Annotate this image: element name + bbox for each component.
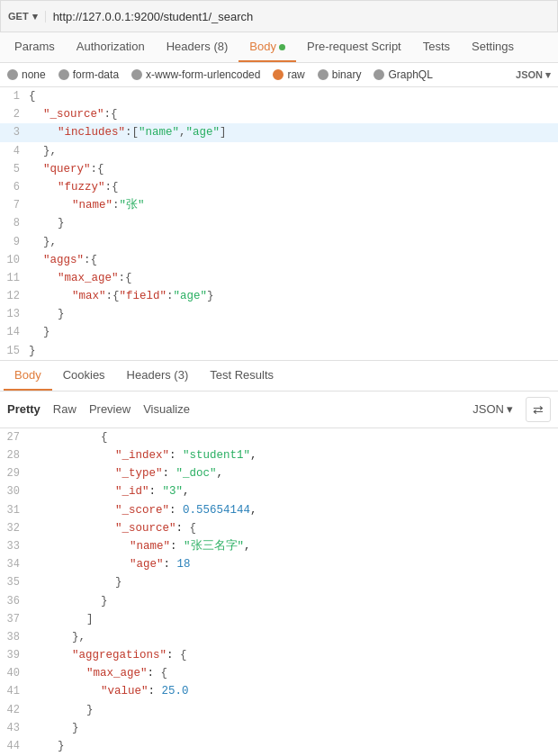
- resp-line-38: 38 },: [0, 628, 558, 646]
- resp-line-40: 40 "max_age": {: [0, 664, 558, 682]
- resp-json-chevron: ▾: [507, 402, 513, 416]
- req-line-10: 10 "aggs":{: [0, 251, 558, 269]
- fmt-visualize[interactable]: Visualize: [143, 400, 190, 418]
- req-line-7: 7 "name":"张": [0, 196, 558, 214]
- req-line-8: 8 }: [0, 214, 558, 232]
- method-chevron: ▾: [32, 11, 38, 22]
- method-dropdown[interactable]: GET ▾: [8, 11, 46, 22]
- fmt-preview[interactable]: Preview: [89, 400, 130, 418]
- resp-line-35: 35 }: [0, 573, 558, 591]
- resp-tab-headers[interactable]: Headers (3): [116, 361, 200, 391]
- tab-pre-request[interactable]: Pre-request Script: [296, 32, 412, 62]
- req-line-9: 9 },: [0, 233, 558, 251]
- body-type-raw[interactable]: raw: [273, 68, 304, 81]
- response-code-viewer: 27 { 28 "_index": "student1", 29 "_type"…: [0, 428, 558, 755]
- resp-line-27: 27 {: [0, 428, 558, 446]
- tab-params[interactable]: Params: [4, 32, 66, 62]
- url-bar: GET ▾: [0, 0, 558, 32]
- json-chevron: ▾: [545, 69, 551, 81]
- resp-line-33: 33 "name": "张三名字",: [0, 537, 558, 555]
- fmt-raw[interactable]: Raw: [53, 400, 76, 418]
- tab-headers[interactable]: Headers (8): [156, 32, 239, 62]
- resp-line-36: 36 }: [0, 592, 558, 610]
- resp-line-42: 42 }: [0, 701, 558, 719]
- req-line-3: 3 "includes":["name","age"]: [0, 123, 558, 141]
- fmt-pretty[interactable]: Pretty: [7, 400, 40, 418]
- response-tabs: Body Cookies Headers (3) Test Results: [0, 361, 558, 392]
- body-type-row: none form-data x-www-form-urlencoded raw…: [0, 63, 558, 87]
- body-type-none[interactable]: none: [7, 68, 46, 81]
- radio-none: [7, 69, 18, 80]
- resp-tab-test-results[interactable]: Test Results: [199, 361, 284, 391]
- resp-line-29: 29 "_type": "_doc",: [0, 464, 558, 482]
- request-tabs: Params Authorization Headers (8) Body Pr…: [0, 32, 558, 63]
- body-type-urlencoded[interactable]: x-www-form-urlencoded: [131, 68, 260, 81]
- req-line-15: 15 }: [0, 342, 558, 360]
- resp-line-30: 30 "_id": "3",: [0, 482, 558, 500]
- req-line-4: 4 },: [0, 142, 558, 160]
- req-line-5: 5 "query":{: [0, 160, 558, 178]
- radio-form-data: [58, 69, 69, 80]
- body-type-binary[interactable]: binary: [318, 68, 362, 81]
- radio-urlencoded: [131, 69, 142, 80]
- req-line-14: 14 }: [0, 323, 558, 341]
- method-label: GET: [8, 11, 29, 22]
- req-line-2: 2 "_source":{: [0, 105, 558, 123]
- tab-tests[interactable]: Tests: [412, 32, 461, 62]
- tab-body[interactable]: Body: [238, 32, 296, 62]
- resp-json-select[interactable]: JSON ▾: [472, 402, 513, 416]
- resp-json-label: JSON: [472, 402, 504, 416]
- resp-line-34: 34 "age": 18: [0, 555, 558, 573]
- response-format-row: Pretty Raw Preview Visualize JSON ▾ ⇄: [0, 392, 558, 428]
- url-input[interactable]: [53, 10, 550, 23]
- radio-binary: [318, 69, 328, 80]
- req-line-11: 11 "max_age":{: [0, 269, 558, 287]
- radio-graphql: [374, 69, 384, 80]
- filter-button[interactable]: ⇄: [526, 397, 551, 422]
- json-format-select[interactable]: JSON ▾: [516, 69, 551, 81]
- resp-line-32: 32 "_source": {: [0, 519, 558, 537]
- resp-tab-body[interactable]: Body: [4, 361, 52, 391]
- body-type-form-data[interactable]: form-data: [58, 68, 119, 81]
- req-line-13: 13 }: [0, 305, 558, 323]
- body-type-graphql[interactable]: GraphQL: [374, 68, 432, 81]
- tab-settings[interactable]: Settings: [461, 32, 525, 62]
- req-line-1: 1 {: [0, 87, 558, 105]
- request-code-editor[interactable]: 1 { 2 "_source":{ 3 "includes":["name","…: [0, 87, 558, 361]
- resp-line-39: 39 "aggregations": {: [0, 646, 558, 664]
- resp-line-28: 28 "_index": "student1",: [0, 446, 558, 464]
- tab-authorization[interactable]: Authorization: [66, 32, 156, 62]
- req-line-6: 6 "fuzzy":{: [0, 178, 558, 196]
- resp-line-44: 44 }: [0, 737, 558, 755]
- json-label: JSON: [516, 69, 543, 80]
- req-line-12: 12 "max":{"field":"age"}: [0, 287, 558, 305]
- resp-line-31: 31 "_score": 0.55654144,: [0, 501, 558, 519]
- resp-line-41: 41 "value": 25.0: [0, 682, 558, 700]
- resp-line-37: 37 ]: [0, 610, 558, 628]
- radio-raw: [273, 69, 284, 80]
- resp-tab-cookies[interactable]: Cookies: [52, 361, 116, 391]
- resp-line-43: 43 }: [0, 719, 558, 737]
